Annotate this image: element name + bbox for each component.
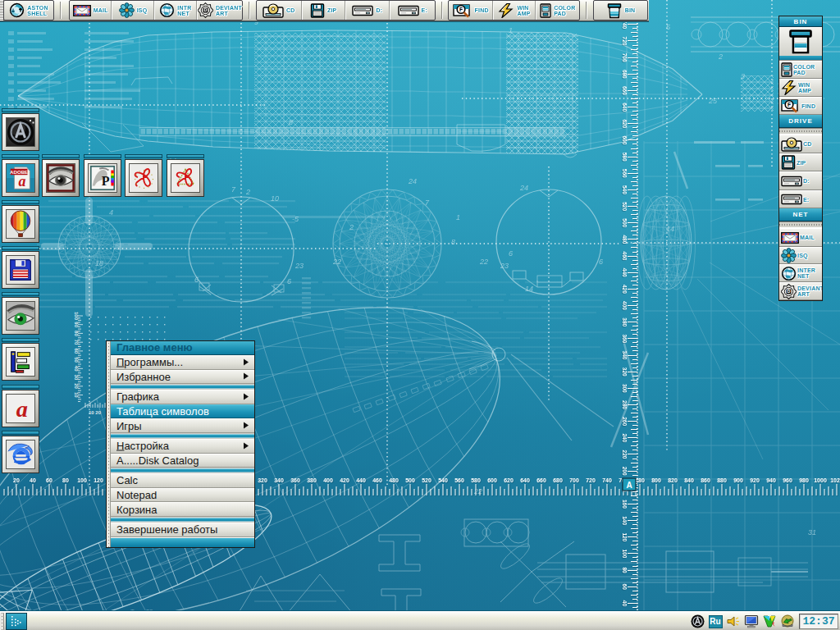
- svg-text:820: 820: [668, 477, 678, 483]
- svg-text:P: P: [102, 174, 110, 188]
- svg-text:260: 260: [622, 417, 628, 426]
- svg-text:640: 640: [622, 103, 628, 112]
- svg-text:1000: 1000: [814, 477, 827, 483]
- svg-text:a: a: [18, 173, 25, 189]
- svg-text:740: 740: [622, 20, 628, 29]
- svg-text:240: 240: [622, 433, 628, 442]
- svg-text:320: 320: [622, 368, 628, 377]
- svg-text:400: 400: [622, 301, 628, 310]
- svg-text:14: 14: [666, 225, 674, 233]
- svg-text:680: 680: [553, 477, 563, 483]
- svg-text:560: 560: [454, 477, 464, 483]
- svg-text:80: 80: [62, 477, 69, 483]
- svg-text:280: 280: [622, 400, 628, 409]
- svg-text:340: 340: [274, 477, 284, 483]
- svg-text:920: 920: [750, 477, 760, 483]
- svg-text:8: 8: [289, 118, 293, 126]
- svg-text:220: 220: [622, 450, 628, 459]
- svg-text:420: 420: [340, 477, 349, 483]
- svg-text:40: 40: [30, 477, 36, 483]
- svg-text:340: 340: [622, 351, 628, 360]
- svg-text:800: 800: [651, 477, 661, 483]
- svg-text:360: 360: [290, 477, 300, 483]
- svg-text:A: A: [626, 481, 632, 490]
- svg-text:600: 600: [622, 135, 628, 144]
- svg-text:4: 4: [109, 208, 113, 217]
- svg-text:D: D: [203, 7, 207, 12]
- svg-text:500: 500: [622, 218, 628, 227]
- svg-text:60: 60: [622, 584, 628, 591]
- svg-text:F: F: [788, 102, 791, 107]
- svg-text:24: 24: [519, 184, 528, 192]
- svg-text:720: 720: [586, 477, 596, 483]
- svg-text:6: 6: [194, 276, 199, 284]
- svg-text:40: 40: [622, 600, 628, 607]
- svg-text:2: 2: [718, 52, 723, 61]
- svg-text:23: 23: [294, 262, 304, 270]
- svg-text:940: 940: [766, 477, 776, 483]
- svg-text:60: 60: [46, 477, 52, 483]
- svg-text:600: 600: [487, 477, 497, 483]
- svg-text:22: 22: [332, 258, 341, 266]
- svg-text:6: 6: [599, 258, 603, 266]
- svg-text:400: 400: [323, 477, 333, 483]
- svg-text:580: 580: [471, 477, 481, 483]
- svg-text:24: 24: [408, 177, 417, 185]
- svg-text:480: 480: [622, 235, 628, 244]
- svg-text:700: 700: [622, 53, 628, 62]
- svg-text:620: 620: [504, 477, 514, 483]
- svg-text:540: 540: [622, 185, 628, 194]
- svg-text:980: 980: [799, 477, 809, 483]
- svg-text:840: 840: [684, 477, 694, 483]
- svg-text:880: 880: [717, 477, 727, 483]
- svg-text:480: 480: [389, 477, 399, 483]
- svg-text:540: 540: [438, 477, 448, 483]
- svg-text:360: 360: [622, 334, 628, 343]
- svg-text:80: 80: [622, 567, 628, 573]
- svg-text:460: 460: [622, 252, 628, 261]
- svg-text:2: 2: [349, 223, 354, 231]
- svg-text:320: 320: [258, 477, 267, 483]
- svg-text:380: 380: [622, 317, 628, 326]
- svg-text:10 20: 10 20: [89, 410, 102, 415]
- svg-text:100: 100: [77, 477, 87, 483]
- svg-text:-5: -5: [292, 215, 299, 223]
- svg-text:F: F: [459, 7, 463, 12]
- svg-text:6: 6: [509, 249, 513, 258]
- svg-text:900: 900: [733, 477, 743, 483]
- svg-text:1020: 1020: [830, 477, 840, 483]
- svg-text:100: 100: [622, 549, 628, 558]
- svg-text:23: 23: [500, 262, 509, 270]
- svg-text:380: 380: [307, 477, 317, 483]
- svg-text:160: 160: [622, 500, 628, 509]
- svg-text:a: a: [16, 396, 28, 422]
- svg-text:140: 140: [622, 516, 628, 525]
- svg-text:31: 31: [808, 528, 816, 536]
- svg-text:2: 2: [245, 188, 250, 196]
- svg-text:25: 25: [708, 97, 718, 105]
- svg-text:20: 20: [13, 477, 20, 483]
- svg-text:18: 18: [95, 259, 103, 267]
- svg-text:720: 720: [622, 37, 628, 46]
- svg-text:10: 10: [271, 194, 279, 203]
- svg-text:6: 6: [287, 277, 291, 285]
- svg-text:1: 1: [509, 26, 513, 34]
- svg-text:120: 120: [94, 477, 103, 483]
- svg-text:680: 680: [622, 70, 628, 79]
- svg-text:200: 200: [622, 467, 628, 476]
- svg-text:960: 960: [783, 477, 792, 483]
- svg-text:520: 520: [422, 477, 431, 483]
- svg-text:580: 580: [622, 153, 628, 162]
- svg-text:860: 860: [701, 477, 710, 483]
- svg-text:D: D: [788, 289, 791, 294]
- svg-text:520: 520: [622, 202, 628, 211]
- svg-text:660: 660: [536, 477, 546, 483]
- svg-text:8: 8: [451, 238, 455, 246]
- svg-text:440: 440: [622, 268, 628, 277]
- svg-text:420: 420: [622, 285, 628, 294]
- svg-text:560: 560: [622, 169, 628, 178]
- svg-text:460: 460: [372, 477, 382, 483]
- svg-text:660: 660: [622, 86, 628, 95]
- svg-text:300: 300: [622, 384, 628, 393]
- svg-text:740: 740: [602, 477, 612, 483]
